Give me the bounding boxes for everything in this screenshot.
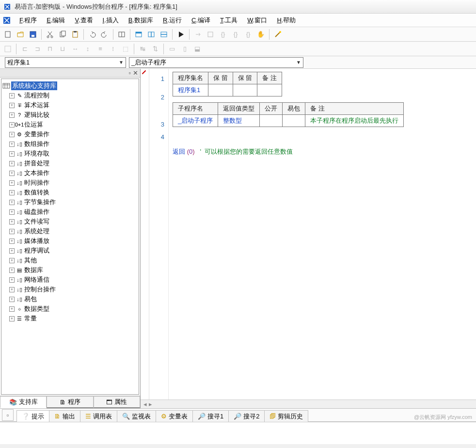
tree-node[interactable]: +↓▯拼音处理	[2, 159, 138, 168]
expand-icon[interactable]: +	[9, 200, 15, 205]
align-left-button[interactable]: ⊏	[19, 43, 31, 55]
window1-button[interactable]	[133, 29, 144, 40]
expand-icon[interactable]: +	[9, 161, 15, 166]
redo-button[interactable]	[99, 29, 111, 40]
cell[interactable]: 本子程序在程序启动后最先执行	[305, 115, 404, 127]
tree-node[interactable]: +∓算术运算	[2, 100, 138, 110]
expand-icon[interactable]: +	[9, 229, 15, 234]
copy-button[interactable]	[57, 29, 68, 40]
code-line[interactable]: 返回 (0) ' 可以根据您的需要返回任意数值	[173, 145, 472, 158]
programset-dropdown[interactable]: 程序集1 ▼	[5, 57, 126, 68]
cell[interactable]: 程序集1	[173, 84, 208, 96]
bottom-tab[interactable]: 🗎输出	[49, 410, 80, 422]
knowledge-button[interactable]	[116, 29, 127, 40]
menu-W[interactable]: W.窗口	[242, 14, 272, 27]
tree-node[interactable]: +?逻辑比较	[2, 110, 138, 120]
menu-I[interactable]: I.插入	[98, 14, 124, 27]
expand-icon[interactable]: +	[9, 122, 15, 128]
editor-scrollbar[interactable]: ◂ ▸	[141, 400, 476, 408]
expand-icon[interactable]: +	[9, 287, 15, 292]
tree-node[interactable]: +↓▯环境存取	[2, 149, 138, 159]
expand-icon[interactable]: +	[9, 180, 15, 186]
align-btn4[interactable]: ⊔	[57, 43, 68, 55]
expand-icon[interactable]: +	[9, 219, 15, 224]
form-btn-1[interactable]	[2, 43, 14, 55]
align-btn11[interactable]: ⇅	[149, 43, 161, 55]
align-btn7[interactable]: ≡	[95, 43, 106, 55]
tree-node[interactable]: +⟐数据类型	[2, 304, 138, 314]
library-tree[interactable]: 系统核心支持库 +✎流程控制+∓算术运算+?逻辑比较+0+1位运算+⚙变量操作+…	[1, 79, 139, 395]
bottom-tab[interactable]: 🔍监视表	[117, 410, 156, 422]
bottom-tab[interactable]: 🔎搜寻1	[192, 410, 229, 422]
cell[interactable]	[208, 84, 233, 96]
align-btn5[interactable]: ↔	[69, 43, 81, 55]
tree-node[interactable]: +↓▯程序调试	[2, 246, 138, 256]
align-btn6[interactable]: ↕	[82, 43, 94, 55]
tree-node[interactable]: +↓▯易包	[2, 294, 138, 304]
bottom-tab[interactable]: ⚙变量表	[156, 410, 193, 422]
menu-H[interactable]: H.帮助	[272, 14, 301, 27]
menu-T[interactable]: T.工具	[215, 14, 242, 27]
align-btn3[interactable]: ⊓	[44, 43, 56, 55]
tree-node[interactable]: +▤数据库	[2, 265, 138, 275]
new-button[interactable]	[2, 29, 14, 40]
expand-icon[interactable]: +	[9, 248, 15, 254]
collapse-button[interactable]: ▫	[2, 409, 14, 421]
tree-node[interactable]: +↓▯字节集操作	[2, 197, 138, 207]
tree-node[interactable]: +↓▯磁盘操作	[2, 207, 138, 217]
step4-button[interactable]: {}	[230, 29, 241, 40]
tree-node[interactable]: +↓▯数值转换	[2, 188, 138, 197]
window2-button[interactable]	[145, 29, 157, 40]
align-btn9[interactable]: ⬚	[120, 43, 131, 55]
align-btn8[interactable]: ⫶	[107, 43, 119, 55]
menu-C[interactable]: C.编译	[187, 14, 215, 27]
expand-icon[interactable]: +	[9, 268, 15, 273]
tab-support-lib[interactable]: 📚 支持库	[0, 396, 47, 408]
expand-icon[interactable]: +	[9, 258, 15, 263]
cell[interactable]: 整数型	[218, 115, 260, 127]
bottom-tab[interactable]: 🔎搜寻2	[228, 410, 265, 422]
breakpoint-strip[interactable]	[141, 69, 149, 408]
expand-icon[interactable]: +	[9, 209, 15, 215]
step3-button[interactable]: {}	[217, 29, 229, 40]
tree-node[interactable]: +↓▯文本操作	[2, 168, 138, 178]
align-btn12[interactable]: ▭	[166, 43, 178, 55]
align-btn14[interactable]: ⬓	[191, 43, 203, 55]
tree-node[interactable]: +↓▯网络通信	[2, 275, 138, 285]
expand-icon[interactable]: +	[9, 103, 15, 108]
tree-root[interactable]: 系统核心支持库	[2, 81, 138, 91]
tree-node[interactable]: +↓▯时间操作	[2, 178, 138, 188]
open-button[interactable]	[15, 29, 26, 40]
cell[interactable]	[260, 115, 283, 127]
menu-E[interactable]: E.编辑	[42, 14, 70, 27]
tree-node[interactable]: +↓▯系统处理	[2, 226, 138, 236]
save-button[interactable]	[27, 29, 39, 40]
tree-node[interactable]: +✎流程控制	[2, 91, 138, 100]
align-top-button[interactable]: ⊐	[32, 43, 43, 55]
code-editor[interactable]: 1 2 3 4 程序集名 保 留 保 留 备 注 程序集1	[141, 69, 476, 408]
cell[interactable]	[257, 84, 282, 96]
expand-icon[interactable]: +	[9, 142, 15, 147]
tree-node[interactable]: +↓▯数组操作	[2, 139, 138, 149]
tree-node[interactable]: +↓▯媒体播放	[2, 236, 138, 246]
expand-icon[interactable]: +	[9, 306, 15, 312]
code-area[interactable]: 程序集名 保 留 保 留 备 注 程序集1 子程序名 返回值类型 公开 易	[169, 69, 476, 408]
dock-icon[interactable]: ▫	[128, 69, 131, 77]
hand-button[interactable]: ✋	[255, 29, 267, 40]
close-panel-icon[interactable]: ✕	[133, 69, 138, 77]
tree-node[interactable]: +⚙变量操作	[2, 129, 138, 139]
expand-icon[interactable]: +	[9, 277, 15, 283]
tree-node[interactable]: +↓▯控制台操作	[2, 285, 138, 294]
menu-B[interactable]: B.数据库	[124, 14, 158, 27]
expand-icon[interactable]: +	[9, 297, 15, 302]
step5-button[interactable]: {}	[242, 29, 254, 40]
expand-icon[interactable]: +	[9, 132, 15, 137]
cut-button[interactable]	[44, 29, 56, 40]
align-btn13[interactable]: ▯	[179, 43, 190, 55]
expand-icon[interactable]: +	[9, 171, 15, 176]
tab-properties[interactable]: 🗔 属性	[94, 396, 140, 408]
expand-icon[interactable]: +	[9, 93, 15, 98]
bottom-tab[interactable]: 🗐剪辑历史	[264, 410, 308, 422]
paste-button[interactable]	[69, 29, 81, 40]
cell[interactable]	[233, 84, 257, 96]
